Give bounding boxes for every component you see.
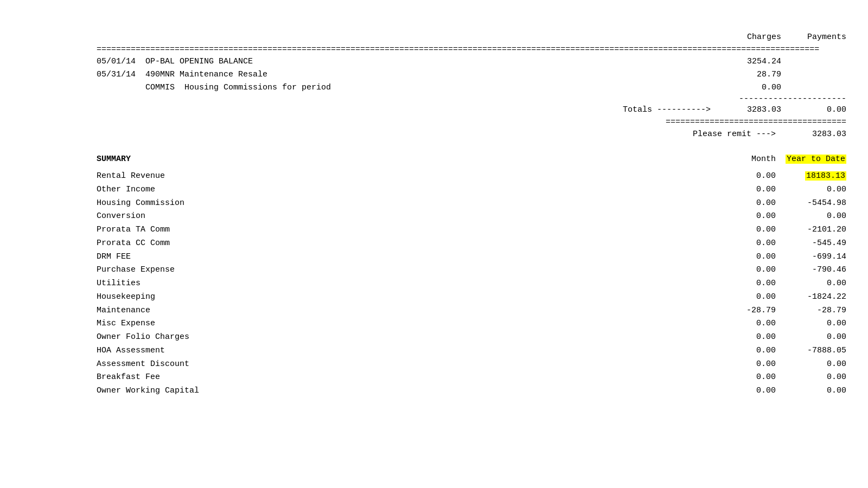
summary-label-4: Prorata TA Comm <box>97 223 711 237</box>
ytd-highlight-0: 18183.13 <box>805 171 846 181</box>
summary-month-12: 0.00 <box>711 331 776 344</box>
summary-month-13: 0.00 <box>711 344 776 358</box>
summary-ytd-3: 0.00 <box>776 210 846 223</box>
transaction-row-3: COMMIS Housing Commissions for period 0.… <box>97 81 846 94</box>
summary-ytd-7: -790.46 <box>776 264 846 277</box>
summary-month-5: 0.00 <box>711 237 776 251</box>
summary-label-3: Conversion <box>97 210 711 223</box>
summary-row-1: Other Income0.000.00 <box>97 183 846 197</box>
summary-label-11: Misc Expense <box>97 317 711 331</box>
summary-ytd-15: 0.00 <box>776 371 846 384</box>
summary-label-15: Breakfast Fee <box>97 371 711 384</box>
summary-label-7: Purchase Expense <box>97 264 711 277</box>
summary-row-14: Assessment Discount0.000.00 <box>97 358 846 371</box>
summary-ytd-10: -28.79 <box>776 304 846 318</box>
ytd-highlight-header: Year to Date <box>786 155 846 164</box>
trans-desc-1: OP-BAL OPENING BALANCE <box>145 55 716 68</box>
summary-row-6: DRM FEE0.00-699.14 <box>97 251 846 264</box>
trans-payments-2 <box>781 68 846 81</box>
summary-ytd-13: -7888.05 <box>776 344 846 358</box>
summary-row-2: Housing Commission0.00-5454.98 <box>97 197 846 210</box>
summary-ytd-12: 0.00 <box>776 331 846 344</box>
summary-row-15: Breakfast Fee0.000.00 <box>97 371 846 384</box>
trans-payments-1 <box>781 55 846 68</box>
summary-label-10: Maintenance <box>97 304 711 318</box>
summary-label-16: Owner Working Capital <box>97 384 711 398</box>
summary-month-3: 0.00 <box>711 210 776 223</box>
summary-row-12: Owner Folio Charges0.000.00 <box>97 331 846 344</box>
summary-ytd-9: -1824.22 <box>776 291 846 304</box>
summary-row-3: Conversion0.000.00 <box>97 210 846 223</box>
summary-header: SUMMARY Month Year to Date <box>97 152 846 166</box>
summary-ytd-11: 0.00 <box>776 317 846 331</box>
column-headers: Charges Payments <box>97 33 846 42</box>
summary-label-9: Housekeeping <box>97 291 711 304</box>
summary-month-4: 0.00 <box>711 223 776 237</box>
totals-label: Totals ----------> <box>97 104 716 117</box>
totals-payments: 0.00 <box>781 104 846 117</box>
summary-month-header: Month <box>711 152 776 166</box>
trans-payments-3 <box>781 81 846 94</box>
summary-ytd-8: 0.00 <box>776 277 846 291</box>
summary-ytd-header: Year to Date <box>776 152 846 166</box>
remit-amount: 3283.03 <box>781 128 846 141</box>
summary-row-13: HOA Assessment0.00-7888.05 <box>97 344 846 358</box>
summary-month-15: 0.00 <box>711 371 776 384</box>
summary-label-6: DRM FEE <box>97 251 711 264</box>
summary-row-10: Maintenance-28.79-28.79 <box>97 304 846 318</box>
remit-label: Please remit ---> <box>97 128 781 141</box>
summary-row-0: Rental Revenue0.0018183.13 <box>97 170 846 183</box>
summary-label-1: Other Income <box>97 183 711 197</box>
transaction-row-2: 05/31/14 490MNR Maintenance Resale 28.79 <box>97 68 846 81</box>
summary-rows: Rental Revenue0.0018183.13Other Income0.… <box>97 170 846 398</box>
summary-ytd-2: -5454.98 <box>776 197 846 210</box>
summary-row-5: Prorata CC Comm0.00-545.49 <box>97 237 846 251</box>
summary-month-9: 0.00 <box>711 291 776 304</box>
summary-month-7: 0.00 <box>711 264 776 277</box>
summary-month-8: 0.00 <box>711 277 776 291</box>
summary-month-2: 0.00 <box>711 197 776 210</box>
summary-row-8: Utilities0.000.00 <box>97 277 846 291</box>
summary-ytd-6: -699.14 <box>776 251 846 264</box>
trans-charges-1: 3254.24 <box>716 55 781 68</box>
charges-header: Charges <box>716 33 781 42</box>
summary-row-9: Housekeeping0.00-1824.22 <box>97 291 846 304</box>
summary-ytd-14: 0.00 <box>776 358 846 371</box>
transaction-row-1: 05/01/14 OP-BAL OPENING BALANCE 3254.24 <box>97 55 846 68</box>
summary-month-0: 0.00 <box>711 170 776 183</box>
summary-ytd-16: 0.00 <box>776 384 846 398</box>
payments-header: Payments <box>781 33 846 42</box>
summary-month-16: 0.00 <box>711 384 776 398</box>
trans-date-1: 05/01/14 <box>97 55 145 68</box>
trans-date-2: 05/31/14 <box>97 68 145 81</box>
summary-label-13: HOA Assessment <box>97 344 711 358</box>
summary-title: SUMMARY <box>97 152 711 166</box>
totals-charges: 3283.03 <box>716 104 781 117</box>
transaction-list: 05/01/14 OP-BAL OPENING BALANCE 3254.24 … <box>97 55 846 94</box>
summary-row-16: Owner Working Capital0.000.00 <box>97 384 846 398</box>
summary-month-14: 0.00 <box>711 358 776 371</box>
summary-label-14: Assessment Discount <box>97 358 711 371</box>
summary-month-1: 0.00 <box>711 183 776 197</box>
summary-ytd-4: -2101.20 <box>776 223 846 237</box>
trans-date-3 <box>97 81 145 94</box>
summary-month-11: 0.00 <box>711 317 776 331</box>
summary-row-4: Prorata TA Comm0.00-2101.20 <box>97 223 846 237</box>
summary-label-0: Rental Revenue <box>97 170 711 183</box>
summary-row-11: Misc Expense0.000.00 <box>97 317 846 331</box>
summary-label-2: Housing Commission <box>97 197 711 210</box>
summary-ytd-1: 0.00 <box>776 183 846 197</box>
remit-row: Please remit ---> 3283.03 <box>97 128 846 141</box>
summary-section: SUMMARY Month Year to Date Rental Revenu… <box>97 152 846 398</box>
summary-label-12: Owner Folio Charges <box>97 331 711 344</box>
trans-desc-2: 490MNR Maintenance Resale <box>145 68 716 81</box>
summary-ytd-5: -545.49 <box>776 237 846 251</box>
summary-ytd-0: 18183.13 <box>776 170 846 183</box>
totals-separator: ===================================== <box>97 117 846 128</box>
summary-month-6: 0.00 <box>711 251 776 264</box>
summary-month-10: -28.79 <box>711 304 776 318</box>
dash-underline: ---------------------- <box>97 94 846 104</box>
summary-label-8: Utilities <box>97 277 711 291</box>
trans-charges-3: 0.00 <box>716 81 781 94</box>
summary-label-5: Prorata CC Comm <box>97 237 711 251</box>
